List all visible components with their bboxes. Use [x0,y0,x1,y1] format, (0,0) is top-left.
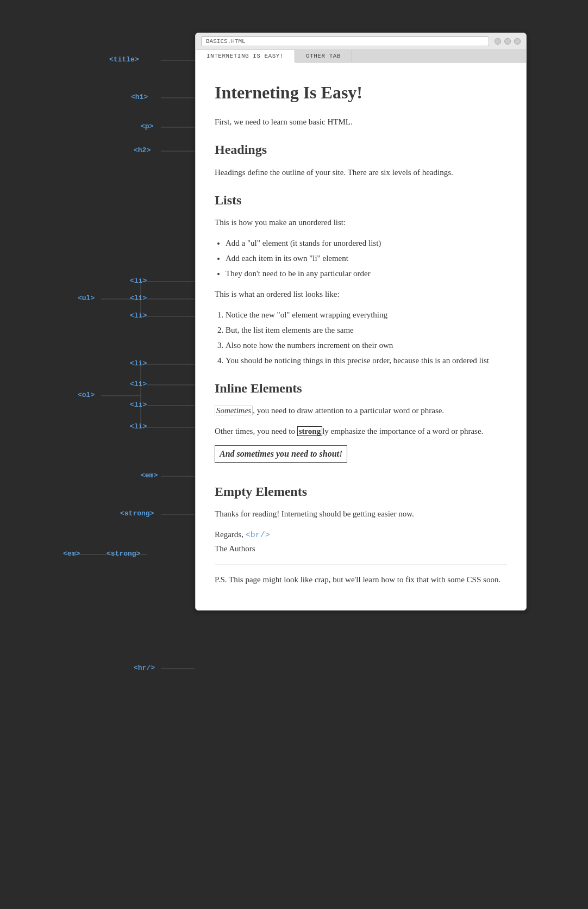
ul-item-2: Add each item in its own "li" element [226,252,507,265]
tab-interneting[interactable]: INTERNETING IS EASY! [196,50,295,63]
annotation-strong: <strong> [120,509,154,518]
content-h2-empty: Empty Elements [215,481,507,502]
ul-item-1: Add a "ul" element (it stands for unorde… [226,236,507,250]
ul-item-3: They don't need to be in any particular … [226,267,507,280]
browser-btn-2[interactable] [504,38,511,45]
annotation-strong2: <strong> [107,550,140,558]
tab-other[interactable]: OTHER TAB [295,50,352,62]
ol-item-2: But, the list item elements are the same [226,323,507,337]
em-suffix: , you need to draw attention to a partic… [253,406,444,415]
content-ordered-intro: This is what an ordered list looks like: [215,288,507,301]
content-em-p: Sometimes, you need to draw attention to… [215,404,507,417]
browser-btn-1[interactable] [495,38,501,45]
content-empty-p1: Thanks for reading! Interneting should b… [215,507,507,520]
annotation-em2: <em> [63,550,80,558]
annotation-li-2: <li> [130,294,147,302]
br-tag: <br/> [246,531,270,540]
strong-prefix: Other times, you need to [215,427,297,435]
annotation-li-ol-2: <li> [130,380,147,388]
content-h1: Interneting Is Easy! [215,79,507,107]
browser-controls [495,38,521,45]
content-strong-p: Other times, you need to strongly emphas… [215,425,507,438]
content-intro-p: First, we need to learn some basic HTML. [215,115,507,128]
shout-box: And sometimes you need to shout! [215,445,347,463]
browser-tabs: INTERNETING IS EASY! OTHER TAB [196,50,526,63]
ol-item-3: Also note how the numbers increment on t… [226,339,507,352]
browser-title-bar: BASICS.HTML [196,33,526,50]
content-ol: Notice the new "ol" element wrapping eve… [226,308,507,367]
strong-suffix: ly emphasize the importance of a word or… [322,427,483,435]
content-unordered-intro: This is how you make an unordered list: [215,216,507,229]
content-ps: P.S. This page might look like crap, but… [215,573,507,586]
annotation-li-1: <li> [130,277,147,285]
content-headings-p: Headings define the outline of your site… [215,166,507,179]
regards-suffix: The Authors [215,544,255,553]
annotation-hr: <hr/> [134,664,155,672]
annotation-ul: <ul> [78,294,95,302]
annotation-li-3: <li> [130,312,147,320]
annotation-title: <title> [109,55,139,64]
annotation-p: <p> [141,122,153,130]
ol-item-4: You should be noticing things in this pr… [226,354,507,367]
em-word: Sometimes [215,406,253,415]
content-h2-headings: Headings [215,139,507,160]
browser-btn-3[interactable] [514,38,521,45]
content-h2-lists: Lists [215,190,507,210]
annotation-h2: <h2> [134,146,151,154]
content-h2-inline: Inline Elements [215,378,507,399]
annotation-em: <em> [141,471,158,480]
browser-url-bar[interactable]: BASICS.HTML [201,36,489,46]
content-hr [215,564,507,564]
annotation-li-ol-3: <li> [130,401,147,409]
annotation-li-ol-1: <li> [130,359,147,368]
browser-window: BASICS.HTML INTERNETING IS EASY! OTHER T… [195,33,527,611]
annotation-ol: <ol> [78,391,95,399]
annotation-h1: <h1> [131,93,148,101]
browser-content: Interneting Is Easy! First, we need to l… [196,63,526,610]
regards-prefix: Regards, [215,530,243,539]
content-regards: Regards, <br/> The Authors [215,528,507,555]
annotation-li-ol-4: <li> [130,422,147,431]
strong-word: strong [297,426,323,436]
ol-item-1: Notice the new "ol" element wrapping eve… [226,308,507,321]
content-ul: Add a "ul" element (it stands for unorde… [226,236,507,280]
